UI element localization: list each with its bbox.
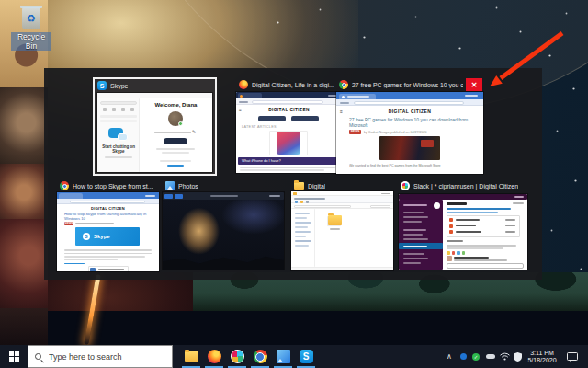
file-explorer-icon [185,351,198,362]
network-wifi-tray-icon[interactable] [499,345,511,368]
start-button[interactable] [0,345,28,368]
windows-logo-icon [9,351,19,362]
photos-icon [277,350,290,363]
taskbar-search[interactable] [28,345,173,368]
defender-shield-tray-icon[interactable] [512,345,524,368]
onedrive-cloud-tray-icon[interactable] [484,345,497,368]
taskbar-app-skype[interactable]: S [295,345,317,368]
bluetooth-tray-icon[interactable] [458,345,469,368]
firefox-icon [208,350,221,363]
taskbar-app-file-explorer[interactable] [180,345,202,368]
taskbar-app-slack[interactable] [226,345,248,368]
desktop-screen: ♻ Recycle Bin S Skype Start chatting on … [0,0,588,368]
chevron-up-icon: ∧ [447,352,452,361]
hidden-icons-chevron[interactable]: ∧ [443,345,456,368]
taskbar-clock[interactable]: 3:11 PM 5/18/2020 [524,345,560,368]
tray-date: 5/18/2020 [527,357,556,364]
slack-icon [231,350,244,363]
shield-icon [514,352,522,362]
search-icon [35,353,41,360]
taskbar-app-photos[interactable] [272,345,294,368]
chrome-icon [254,350,267,363]
check-icon: ✓ [472,353,480,361]
skype-icon: S [300,350,313,363]
antivirus-status-tray-icon[interactable]: ✓ [470,345,481,368]
action-center-button[interactable] [567,352,578,361]
search-input[interactable] [47,351,172,362]
wifi-icon [500,352,510,361]
skype-letter: S [303,351,310,362]
tray-time: 3:11 PM [530,350,554,357]
cloud-icon [486,354,495,359]
annotation-arrow [0,0,588,368]
taskbar: S ∧ ✓ 3:11 PM 5/18/2020 [0,345,588,368]
taskbar-app-chrome[interactable] [249,345,271,368]
bluetooth-icon [460,353,467,360]
taskbar-app-firefox[interactable] [203,345,225,368]
